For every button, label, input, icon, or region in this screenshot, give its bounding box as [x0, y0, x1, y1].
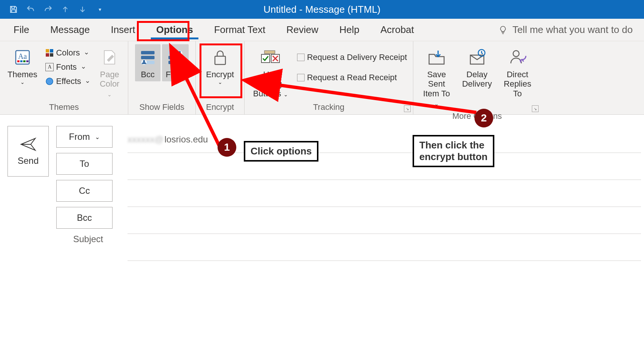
tab-file[interactable]: File [3, 19, 40, 41]
cc-field-row[interactable] [128, 180, 641, 207]
from-field-button[interactable]: From ⌄ [56, 126, 113, 148]
send-button[interactable]: Send [8, 126, 49, 177]
group-more-options: Save Sent Item To ⌄ Delay Delivery Direc… [413, 41, 541, 114]
send-icon [20, 137, 37, 152]
delay-icon [467, 46, 487, 68]
delay-delivery-button[interactable]: Delay Delivery [458, 44, 495, 91]
page-color-button[interactable]: Page Color ⌄ [95, 44, 124, 100]
effects-label: Effects [56, 76, 81, 86]
direct-replies-button[interactable]: Direct Replies To [498, 44, 537, 100]
bcc-icon [139, 46, 157, 68]
read-receipt-checkbox[interactable]: Request a Read Receipt [295, 71, 409, 84]
lightbulb-icon [498, 25, 508, 35]
fonts-icon: A [45, 63, 54, 71]
tab-review[interactable]: Review [276, 19, 329, 41]
from-button[interactable]: From [162, 44, 189, 81]
svg-rect-9 [50, 49, 53, 52]
ribbon: Aa Themes ⌄ Colors A Fonts Effects [0, 41, 644, 115]
more-options-dialog-launcher[interactable]: ↘ [532, 105, 539, 112]
group-tracking: Use Voting Buttons ⌄ Request a Delivery … [245, 41, 413, 114]
redo-icon[interactable] [43, 4, 53, 15]
up-arrow-icon[interactable] [60, 4, 71, 15]
encrypt-button[interactable]: Encrypt ⌄ [202, 44, 238, 87]
svg-point-12 [46, 78, 53, 85]
fonts-label: Fonts [56, 62, 77, 72]
save-sent-label1: Save Sent [421, 70, 452, 89]
effects-icon [45, 77, 54, 85]
svg-rect-26 [264, 51, 275, 54]
save-sent-label2: Item To [423, 89, 450, 98]
undo-icon[interactable] [26, 4, 36, 15]
delivery-receipt-checkbox[interactable]: Request a Delivery Receipt [295, 51, 409, 64]
encrypt-label: Encrypt [206, 70, 234, 79]
send-label: Send [18, 156, 39, 166]
direct-label1: Direct [507, 70, 528, 79]
from-icon [166, 46, 184, 68]
tab-options[interactable]: Options [146, 19, 203, 41]
colors-icon [45, 49, 54, 57]
svg-rect-24 [261, 54, 270, 63]
tab-help[interactable]: Help [329, 19, 370, 41]
svg-rect-0 [12, 6, 15, 8]
tab-insert[interactable]: Insert [100, 19, 146, 41]
checkbox-icon [297, 54, 305, 61]
subject-label: Subject [56, 234, 120, 244]
ribbon-tabs: File Message Insert Options Format Text … [0, 19, 644, 41]
voting-label1: Use Voting [252, 70, 289, 89]
group-show-fields: Bcc From Show Fields [128, 41, 196, 114]
svg-rect-6 [23, 60, 26, 62]
bcc-field-button[interactable]: Bcc [56, 207, 113, 229]
svg-rect-20 [168, 61, 182, 64]
themes-icon: Aa [14, 46, 32, 68]
title-bar: ▾ Untitled - Message (HTML) [0, 0, 644, 19]
svg-rect-7 [26, 60, 29, 62]
tab-message[interactable]: Message [40, 19, 101, 41]
down-arrow-icon[interactable] [77, 4, 88, 15]
svg-rect-13 [141, 51, 155, 54]
fonts-button[interactable]: A Fonts [43, 61, 93, 73]
themes-label: Themes [8, 70, 37, 79]
tell-me-search[interactable]: Tell me what you want to do [498, 24, 644, 36]
svg-text:Aa: Aa [18, 52, 27, 60]
from-field-row[interactable]: xxxxxx@losrios.edu [128, 126, 641, 153]
show-fields-group-label: Show Fields [128, 101, 195, 114]
cc-field-button[interactable]: Cc [56, 180, 113, 202]
redacted-text: xxxxxx@ [128, 134, 164, 144]
effects-button[interactable]: Effects [43, 75, 93, 88]
to-field-button[interactable]: To [56, 153, 113, 175]
save-icon[interactable] [8, 4, 19, 15]
voting-button[interactable]: Use Voting Buttons ⌄ [248, 44, 293, 100]
svg-rect-8 [46, 49, 49, 52]
checkbox-icon [297, 74, 305, 81]
svg-rect-10 [46, 53, 49, 57]
tracking-dialog-launcher[interactable]: ↘ [404, 105, 411, 112]
bcc-field-row[interactable] [128, 207, 641, 234]
direct-label2: Replies To [501, 79, 533, 98]
read-receipt-label: Request a Read Receipt [307, 73, 397, 82]
from-value: losrios.edu [164, 134, 208, 144]
save-sent-button[interactable]: Save Sent Item To ⌄ [417, 44, 456, 110]
svg-rect-11 [50, 53, 53, 57]
themes-button[interactable]: Aa Themes ⌄ [4, 44, 41, 87]
voting-label2: Buttons [253, 89, 281, 98]
delay-label1: Delay [467, 70, 488, 79]
bcc-button[interactable]: Bcc [135, 44, 161, 81]
page-color-label1: Page [100, 70, 119, 79]
tracking-group-label: Tracking [245, 101, 413, 114]
save-sent-icon [427, 46, 446, 68]
to-field-row[interactable] [128, 153, 641, 180]
tab-format-text[interactable]: Format Text [204, 19, 276, 41]
svg-rect-23 [215, 56, 225, 64]
subject-field-row[interactable] [128, 234, 641, 261]
svg-rect-19 [168, 56, 182, 59]
encrypt-group-label: Encrypt [196, 101, 244, 114]
tab-acrobat[interactable]: Acrobat [370, 19, 425, 41]
bcc-label: Bcc [141, 70, 155, 79]
colors-label: Colors [56, 48, 80, 58]
compose-area: Send From ⌄ To Cc Bcc Subject xxxxxx@los… [0, 115, 644, 261]
direct-replies-icon [508, 46, 527, 68]
from-label: From [166, 70, 185, 79]
customize-qat-icon[interactable]: ▾ [95, 4, 105, 15]
colors-button[interactable]: Colors [43, 46, 93, 59]
page-color-icon [101, 46, 118, 68]
